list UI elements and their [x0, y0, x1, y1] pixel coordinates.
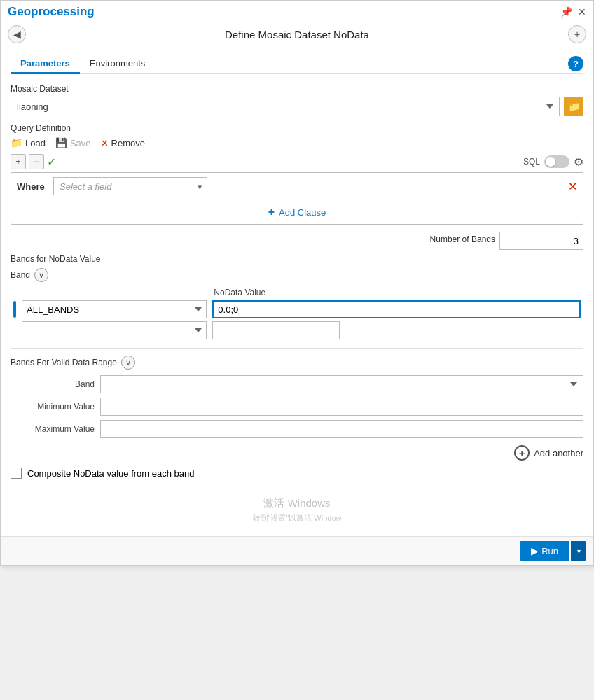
save-icon: 💾 [55, 137, 67, 148]
divider [11, 348, 583, 349]
add-button[interactable]: + [568, 25, 586, 43]
mosaic-dataset-browse-button[interactable]: 📁 [564, 97, 583, 116]
query-toolbar-right: SQL ⚙ [523, 155, 583, 169]
watermark-line2: 转到"设置"以激活 Window [11, 513, 583, 524]
save-label: Save [70, 138, 91, 148]
run-button[interactable]: ▶ Run [520, 541, 569, 561]
query-definition-label: Query Definition [11, 123, 583, 133]
add-another-label: Add another [534, 448, 583, 458]
tabs: Parameters Environments [11, 55, 155, 73]
bands-for-nodata-header: Bands for NoData Value [11, 254, 583, 264]
nodata-column-header: NoData Value [209, 286, 583, 299]
remove-button[interactable]: ✕ Remove [101, 138, 145, 148]
nodata-input-2[interactable] [212, 321, 340, 340]
composite-nodata-label: Composite NoData value from each band [27, 468, 194, 479]
valid-range-label: Bands For Valid Data Range [11, 358, 117, 368]
tab-parameters[interactable]: Parameters [11, 55, 80, 74]
query-box: Where Select a field ✕ + Add Clause [11, 172, 583, 225]
number-of-bands-input[interactable] [499, 232, 583, 250]
app-title: Geoprocessing [8, 5, 95, 19]
band-collapse-row: Band ∨ [11, 268, 583, 282]
band-collapse-button[interactable]: ∨ [34, 268, 48, 282]
where-label: Where [17, 181, 48, 192]
load-label: Load [25, 138, 46, 148]
band-label: Band [11, 270, 30, 280]
run-label: Run [541, 546, 558, 556]
close-icon[interactable]: ✕ [578, 6, 586, 18]
composite-nodata-row: Composite NoData value from each band [11, 468, 583, 479]
valid-range-header: Bands For Valid Data Range ∨ [11, 356, 583, 370]
run-icon: ▶ [531, 545, 539, 556]
number-of-bands-section: Number of Bands [11, 232, 583, 250]
remove-icon: ✕ [101, 138, 109, 148]
mosaic-dataset-label: Mosaic Dataset [11, 84, 583, 94]
where-row: Where Select a field ✕ [11, 173, 583, 200]
back-button[interactable]: ◀ [8, 25, 26, 43]
min-value-label: Minimum Value [11, 402, 95, 412]
delete-clause-button[interactable]: ✕ [568, 180, 577, 193]
back-icon: ◀ [13, 29, 21, 40]
title-bar-controls: 📌 ✕ [560, 6, 586, 18]
content-area: Parameters Environments ? Mosaic Dataset… [1, 46, 593, 536]
bottom-bar: ▶ Run ▾ [1, 536, 593, 565]
add-clause-button[interactable]: + Add Clause [11, 200, 583, 224]
field-placeholder: Select a field [60, 181, 111, 192]
band-field-row: Band [11, 375, 583, 393]
min-value-row: Minimum Value [11, 398, 583, 416]
max-value-input[interactable] [100, 420, 583, 438]
remove-row-button[interactable]: − [29, 154, 44, 169]
add-icon: + [574, 29, 580, 40]
add-another-row: + Add another [11, 445, 583, 461]
page-title: Define Mosaic Dataset NoData [30, 29, 564, 41]
pin-icon[interactable]: 📌 [560, 6, 572, 18]
main-panel: Geoprocessing 📌 ✕ ◀ Define Mosaic Datase… [0, 0, 594, 566]
help-button[interactable]: ? [568, 56, 583, 71]
bands-table: NoData Value ALL_BANDS [11, 286, 583, 341]
field-select[interactable]: Select a field [53, 177, 207, 195]
nodata-input-1[interactable] [212, 300, 581, 318]
table-row: ALL_BANDS [11, 299, 583, 320]
add-row-button[interactable]: + [11, 154, 26, 169]
band-field-label: Band [11, 379, 95, 389]
valid-data-range-section: Bands For Valid Data Range ∨ Band Minimu… [11, 356, 583, 438]
number-of-bands-label: Number of Bands [430, 234, 495, 244]
sql-label: SQL [523, 157, 540, 167]
load-button[interactable]: 📁 Load [11, 137, 46, 148]
watermark-line1: 激活 Windows [11, 486, 583, 513]
max-value-row: Maximum Value [11, 420, 583, 438]
bands-for-nodata-section: Bands for NoData Value Band ∨ NoData Val… [11, 254, 583, 341]
tabs-row: Parameters Environments ? [11, 55, 583, 74]
add-another-icon: + [514, 445, 530, 461]
mosaic-dataset-select[interactable]: liaoning [11, 97, 560, 116]
add-clause-label: Add Clause [279, 207, 326, 218]
plus-icon: + [268, 206, 275, 218]
query-definition-section: Query Definition 📁 Load 💾 Save ✕ Remove [11, 123, 583, 225]
mosaic-dataset-section: Mosaic Dataset liaoning 📁 [11, 84, 583, 116]
add-another-button[interactable]: + Add another [514, 445, 583, 461]
title-bar: Geoprocessing 📌 ✕ [1, 1, 593, 22]
save-button[interactable]: 💾 Save [55, 137, 91, 148]
query-toolbar-left: + − ✓ [11, 154, 56, 169]
gear-icon[interactable]: ⚙ [574, 155, 583, 169]
query-action-row: 📁 Load 💾 Save ✕ Remove [11, 137, 583, 148]
band-select-1[interactable]: ALL_BANDS [22, 300, 207, 318]
valid-range-collapse-button[interactable]: ∨ [121, 356, 135, 370]
run-dropdown-button[interactable]: ▾ [571, 541, 586, 561]
table-row [11, 320, 583, 341]
band-select-2[interactable] [22, 321, 207, 340]
check-button[interactable]: ✓ [47, 155, 56, 169]
folder-icon: 📁 [568, 101, 580, 112]
bands-for-nodata-label: Bands for NoData Value [11, 254, 101, 264]
band-column-header [19, 286, 209, 299]
max-value-label: Maximum Value [11, 424, 95, 434]
load-folder-icon: 📁 [11, 137, 22, 148]
run-dropdown-icon: ▾ [577, 547, 581, 555]
band-indicator [13, 301, 16, 318]
min-value-input[interactable] [100, 398, 583, 416]
composite-nodata-checkbox[interactable] [11, 468, 22, 479]
band-valid-select[interactable] [100, 375, 583, 393]
nav-row: ◀ Define Mosaic Dataset NoData + [1, 22, 593, 46]
sql-toggle[interactable] [544, 155, 569, 168]
tab-environments[interactable]: Environments [80, 55, 155, 74]
toggle-knob [546, 157, 555, 167]
